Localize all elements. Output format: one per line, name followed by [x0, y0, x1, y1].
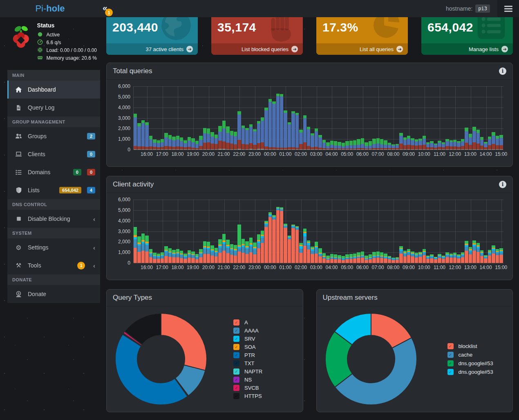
- stacked-bar: [372, 86, 376, 150]
- x-axis-tick-label: 02:00: [295, 151, 307, 157]
- legend-item-NS[interactable]: ✓ NS: [233, 377, 262, 383]
- count-badge: 4: [87, 187, 95, 193]
- x-axis-tick-label: 13:00: [464, 151, 476, 157]
- sidebar-item-query-log[interactable]: Query Log: [7, 99, 100, 117]
- legend-checkbox-icon: ✓: [233, 393, 239, 399]
- legend-checkbox-icon: ✓: [447, 352, 454, 358]
- stacked-bar: [492, 200, 495, 263]
- sidebar-item-clients[interactable]: Clients 0: [7, 145, 100, 163]
- stacked-bar: [203, 200, 206, 263]
- sidebar-item-label: Tools: [28, 262, 41, 269]
- stacked-bar: [318, 86, 322, 150]
- legend-item-dns.google#53[interactable]: ✓ dns.google#53: [447, 369, 493, 375]
- legend-item-HTTPS[interactable]: ✓ HTTPS: [233, 393, 262, 399]
- sidebar: Status Active 6.6 q/s Load: 0.00 / 0.00 …: [0, 17, 100, 420]
- hostname-label: hostname:: [446, 5, 472, 12]
- stacked-bar: [445, 86, 449, 150]
- stacked-bar: [391, 86, 395, 150]
- upstream-servers-donut-chart: [324, 312, 418, 406]
- stacked-bar: [272, 200, 275, 263]
- legend-checkbox-icon: ✓: [233, 352, 239, 358]
- legend-item-NAPTR[interactable]: ✓ NAPTR: [233, 368, 262, 375]
- brand-prefix: Pi-: [35, 3, 46, 14]
- panel-title: Client activity: [113, 180, 154, 189]
- sidebar-item-lists[interactable]: Lists 654,0424: [7, 181, 100, 199]
- sidebar-section-header: MAIN: [7, 70, 100, 81]
- legend-item-PTR[interactable]: ✓ PTR: [233, 352, 262, 358]
- x-axis-tick-label: 05:00: [341, 151, 353, 157]
- info-icon[interactable]: i: [499, 67, 506, 75]
- upstream-servers-panel: Upstream servers ✓ blocklist✓ cache✓ dns…: [316, 289, 513, 412]
- legend-item-A[interactable]: ✓ A: [233, 319, 262, 326]
- sidebar-item-disable-blocking[interactable]: Disable Blocking ‹: [7, 210, 100, 228]
- y-axis-tick-label: 2,000: [111, 126, 130, 131]
- legend-item-AAAA[interactable]: ✓ AAAA: [233, 328, 262, 334]
- menu-toggle-button[interactable]: [497, 0, 519, 17]
- legend-item-TXT[interactable]: ✓ TXT: [233, 360, 262, 366]
- stacked-bar: [345, 200, 349, 263]
- stacked-bar: [257, 86, 260, 150]
- x-axis-tick-label: 16:00: [141, 265, 153, 270]
- stacked-bar: [168, 86, 172, 150]
- stacked-bar: [484, 200, 487, 263]
- sidebar-item-dashboard[interactable]: Dashboard: [7, 81, 100, 99]
- status-text: Load: 0.00 / 0.00 / 0.00: [47, 47, 97, 53]
- client-activity-chart: 01,0002,0003,0004,0005,0006,00016:0017:0…: [111, 198, 507, 276]
- arrow-right-icon: ➔: [291, 46, 298, 52]
- legend-item-dns.google#53[interactable]: ✓ dns.google#53: [447, 360, 493, 366]
- stacked-bar: [153, 86, 156, 150]
- sidebar-section-header: DONATE: [7, 274, 100, 285]
- stacked-bar: [188, 86, 191, 150]
- sidebar-item-domains[interactable]: Domains 00: [7, 163, 100, 181]
- status-dot-icon: [37, 31, 43, 38]
- status-text: 6.6 q/s: [47, 40, 61, 45]
- chevron-left-icon: ‹: [93, 262, 95, 269]
- legend-item-SVCB[interactable]: ✓ SVCB: [233, 385, 262, 391]
- x-axis-tick-label: 01:00: [279, 151, 291, 157]
- stacked-bar: [149, 200, 152, 263]
- stacked-bar: [415, 86, 418, 150]
- stacked-bar: [322, 86, 326, 150]
- stacked-bar: [249, 200, 253, 263]
- stacked-bar: [245, 200, 248, 263]
- stacked-bar: [299, 200, 302, 263]
- stacked-bar: [261, 200, 264, 263]
- x-axis-tick-label: 20:00: [202, 265, 215, 270]
- card-footer-link[interactable]: List blocked queries ➔: [211, 43, 303, 55]
- top-navbar: Pi-hole « 1 hostname: pi3: [0, 0, 519, 17]
- stacked-bar: [492, 86, 495, 150]
- stacked-bar: [396, 86, 399, 150]
- stacked-bar: [361, 86, 364, 150]
- stacked-bar: [434, 86, 437, 150]
- legend-label: PTR: [244, 352, 255, 358]
- legend-item-SOA[interactable]: ✓ SOA: [233, 344, 262, 350]
- stacked-bar: [284, 86, 287, 150]
- stacked-bar: [376, 86, 380, 150]
- x-axis-tick-label: 21:00: [218, 265, 230, 270]
- total-queries-chart: 01,0002,0003,0004,0005,0006,00016:0017:0…: [111, 85, 507, 163]
- stacked-bar: [426, 200, 430, 263]
- info-icon[interactable]: i: [499, 181, 506, 188]
- card-footer-link[interactable]: Manage lists ➔: [421, 43, 513, 55]
- card-footer-link[interactable]: 37 active clients ➔: [106, 43, 198, 55]
- legend-item-cache[interactable]: ✓ cache: [447, 352, 493, 358]
- donut-slice-A: [161, 313, 207, 371]
- card-footer-link[interactable]: List all queries ➔: [316, 43, 408, 55]
- legend-label: cache: [459, 352, 473, 358]
- legend-label: NAPTR: [244, 368, 262, 375]
- stacked-bar: [372, 200, 376, 263]
- stacked-bar: [183, 86, 187, 150]
- stacked-bar: [380, 86, 383, 150]
- x-axis-tick-label: 00:00: [264, 265, 276, 270]
- sidebar-item-settings[interactable]: ⚙︎ Settings ‹: [7, 238, 100, 256]
- sidebar-item-donate[interactable]: $ Donate: [7, 285, 100, 303]
- sidebar-item-tools[interactable]: ⚒︎ Tools 1‹: [7, 256, 100, 274]
- brand-logo[interactable]: Pi-hole: [0, 0, 100, 17]
- legend-item-SRV[interactable]: ✓ SRV: [233, 336, 262, 342]
- stacked-bar: [153, 200, 156, 263]
- legend-checkbox-icon: ✓: [233, 344, 239, 350]
- sidebar-item-groups[interactable]: Groups 2: [7, 127, 100, 145]
- legend-item-blocklist[interactable]: ✓ blocklist: [447, 343, 493, 349]
- stacked-bar: [488, 200, 491, 263]
- stacked-bar: [496, 86, 499, 150]
